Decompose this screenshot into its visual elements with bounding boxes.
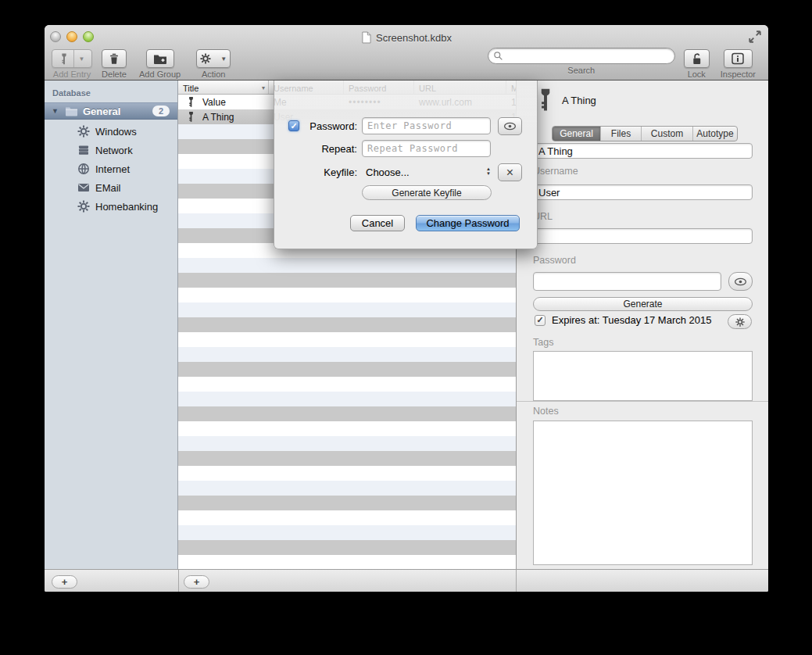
delete-label: Delete (102, 70, 127, 79)
search-input[interactable] (503, 51, 670, 62)
disclosure-triangle-icon[interactable]: ▼ (52, 107, 59, 115)
sidebar-item-label: EMail (95, 182, 121, 194)
chevron-down-icon: ▼ (216, 50, 231, 67)
expires-settings-button[interactable] (728, 314, 752, 329)
document-icon (361, 31, 371, 44)
add-entry-footer-button[interactable]: + (184, 575, 209, 589)
gear-icon (195, 50, 216, 67)
eye-icon (734, 277, 747, 286)
inspector-button[interactable] (724, 49, 753, 68)
inspector-label: Inspector (721, 70, 756, 79)
lock-open-icon (691, 52, 703, 66)
tab-autotype[interactable]: Autotype (693, 127, 737, 141)
tab-files[interactable]: Files (601, 127, 642, 141)
add-group-label: Add Group (139, 70, 181, 79)
key-icon (55, 50, 73, 67)
add-group-footer-button[interactable]: + (52, 575, 77, 589)
titlebar: Screenshot.kdbx (45, 30, 768, 45)
inspector-toolbar-item: Inspector (721, 49, 756, 79)
chevron-down-icon: ▼ (74, 50, 90, 67)
delete-button[interactable] (102, 49, 127, 68)
sidebar-item-label: Windows (95, 126, 137, 138)
notes-label: Notes (533, 406, 559, 417)
generate-password-button[interactable]: Generate (533, 297, 753, 311)
gear-icon (735, 317, 745, 327)
change-password-button[interactable]: Change Password (416, 215, 520, 231)
inspector-panel: A Thing General Files Custom Autotype Us… (516, 81, 768, 569)
x-icon: × (506, 166, 513, 180)
add-entry-button[interactable]: ▼ (52, 49, 92, 68)
sidebar-item-internet[interactable]: Internet (45, 159, 177, 178)
fullscreen-icon[interactable] (748, 30, 762, 44)
action-label: Action (202, 70, 226, 79)
add-entry-toolbar-item: ▼ Add Entry (52, 49, 92, 79)
sidebar-group-general[interactable]: ▼ General 2 (45, 102, 177, 120)
sidebar-item-windows[interactable]: Windows (45, 122, 177, 141)
column-header-title[interactable]: Title ▾ (178, 81, 269, 94)
sidebar: Database ▼ General 2 Windows Network I (45, 81, 178, 569)
tab-general[interactable]: General (553, 127, 601, 141)
tags-field[interactable] (533, 351, 753, 401)
notes-field[interactable] (533, 421, 753, 565)
delete-toolbar-item: Delete (102, 49, 127, 79)
globe-icon (77, 163, 90, 175)
tags-label: Tags (533, 337, 553, 348)
username-field[interactable] (533, 184, 753, 200)
search-icon (493, 51, 503, 61)
lock-label: Lock (688, 70, 706, 79)
password-label: Password (533, 255, 576, 266)
sidebar-section-header: Database (52, 88, 91, 98)
section-divider (517, 401, 768, 402)
add-group-button[interactable] (146, 49, 174, 68)
clear-keyfile-button[interactable]: × (498, 163, 522, 181)
sidebar-item-label: Homebanking (95, 201, 158, 213)
entry-title: Value (202, 97, 226, 108)
trash-icon (109, 52, 120, 66)
reveal-password-button[interactable] (728, 272, 753, 291)
sidebar-item-email[interactable]: EMail (45, 178, 177, 197)
envelope-icon (77, 181, 90, 194)
password-field[interactable] (533, 272, 721, 291)
username-label: Username (533, 166, 578, 177)
add-entry-label: Add Entry (53, 70, 91, 79)
entry-title: A Thing (202, 112, 234, 123)
server-icon (77, 144, 90, 156)
dialog-password-input[interactable] (362, 117, 491, 134)
dialog-password-label: Password: (298, 120, 357, 132)
sidebar-items: Windows Network Internet EMail Homebanki… (45, 122, 177, 216)
tab-custom[interactable]: Custom (642, 127, 693, 141)
expires-label: Expires at: Tuesday 17 March 2015 (552, 314, 712, 326)
info-icon (731, 52, 745, 65)
add-group-toolbar-item: Add Group (139, 49, 181, 79)
key-icon (186, 96, 196, 108)
search-label: Search (567, 66, 595, 75)
folder-icon (65, 106, 78, 116)
key-icon (186, 111, 196, 123)
sidebar-item-homebanking[interactable]: Homebanking (45, 197, 177, 216)
search-field[interactable] (488, 48, 675, 64)
action-button[interactable]: ▼ (196, 49, 231, 68)
generate-keyfile-button[interactable]: Generate Keyfile (362, 185, 492, 200)
sort-indicator-icon: ▾ (262, 84, 265, 91)
toolbar: ▼ Add Entry Delete Add Group ▼ (45, 48, 768, 81)
stepper-icon[interactable]: ▲▼ (486, 167, 491, 176)
sidebar-item-label: Internet (95, 163, 130, 175)
title-field[interactable] (533, 143, 753, 159)
cancel-button[interactable]: Cancel (350, 215, 405, 231)
dialog-reveal-password-button[interactable] (498, 117, 522, 135)
bottom-bar: + + (45, 569, 768, 592)
search-toolbar-item: Search (488, 48, 675, 75)
gear-icon (77, 200, 90, 213)
keyfile-popup[interactable]: Choose... (366, 166, 410, 178)
eye-icon (503, 122, 517, 131)
lock-toolbar-item: Lock (684, 49, 710, 79)
expires-checkbox[interactable]: ✓ (535, 315, 546, 326)
gear-icon (77, 125, 90, 138)
sidebar-item-network[interactable]: Network (45, 141, 177, 159)
inspector-tabs: General Files Custom Autotype (552, 126, 738, 141)
lock-button[interactable] (684, 49, 710, 68)
url-field[interactable] (533, 228, 753, 244)
action-toolbar-item: ▼ Action (196, 49, 231, 79)
sidebar-item-label: Network (95, 145, 133, 156)
dialog-repeat-input[interactable] (362, 140, 491, 157)
